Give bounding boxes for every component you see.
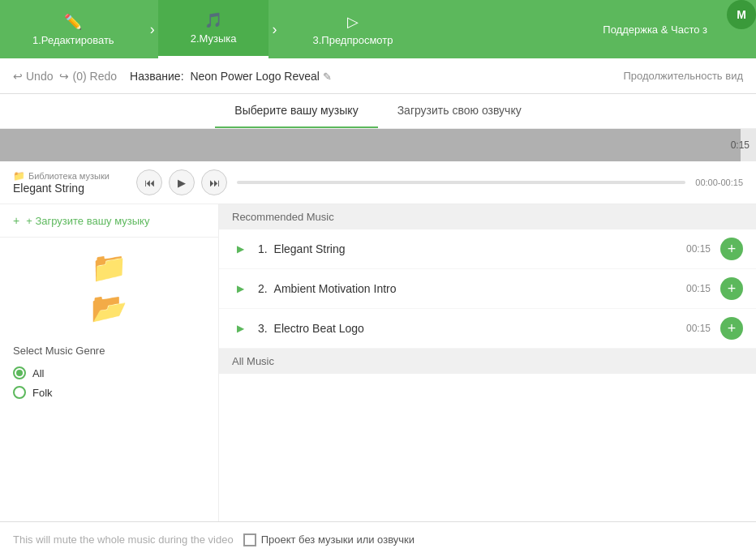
track-item-2: ▶ 2. Ambient Motivation Intro 00:15 + [219,269,756,309]
prev-button[interactable]: ⏮ [136,169,162,195]
player-track-name: Elegant String [13,182,127,195]
track-2-name: 2. Ambient Motivation Intro [258,282,677,295]
radio-folk[interactable] [13,386,26,399]
project-title: Название: Neon Power Logo Reveal ✎ [130,70,332,83]
player-section: 📁 Библиотека музыки Elegant String ⏮ ▶ ⏭… [0,161,756,204]
folder-section: 📁 📂 [0,238,218,338]
title-edit-icon[interactable]: ✎ [323,71,332,83]
player-info: 📁 Библиотека музыки Elegant String [13,170,127,195]
player-progress-bar[interactable] [237,181,685,184]
support-link[interactable]: Поддержка & Часто з [590,0,720,58]
track-item-3: ▶ 3. Electro Beat Logo 00:15 + [219,309,756,349]
add-track-3-button[interactable]: + [720,317,743,340]
player-time-range: 00:00-00:15 [695,178,743,187]
track-3-duration: 00:15 [686,323,711,334]
music-icon: 🎵 [204,11,222,29]
main-content: + + Загрузите вашу музыку 📁 📂 Select Mus… [0,204,756,525]
all-music-header: All Music [219,349,756,374]
undo-button[interactable]: ↩ Undo [13,70,53,83]
genre-all[interactable]: All [13,363,205,383]
play-track-2-button[interactable]: ▶ [232,281,248,297]
music-list: Recommended Music ▶ 1. Elegant String 00… [219,204,756,525]
nav-step-edit[interactable]: ✏️ 1.Редактировать [0,0,147,58]
recommended-header: Recommended Music [219,204,756,229]
player-library-label: 📁 Библиотека музыки [13,170,127,182]
player-controls: ⏮ ▶ ⏭ [136,169,227,195]
redo-button[interactable]: ↪ (0) Redo [59,70,117,83]
undo-icon: ↩ [13,70,23,83]
next-button[interactable]: ⏭ [201,169,227,195]
edit-icon: ✏️ [64,13,82,31]
upload-music-button[interactable]: + + Загрузите вашу музыку [0,204,218,238]
waveform-fill [0,129,741,161]
redo-icon: ↪ [59,70,69,83]
waveform-time: 0:15 [731,139,750,151]
plus-icon: + [13,214,19,227]
toolbar: ↩ Undo ↪ (0) Redo Название: Neon Power L… [0,58,756,94]
nav-arrow-1: › [147,0,158,58]
genre-all-label: All [32,367,44,379]
track-3-name: 3. Electro Beat Logo [258,322,677,335]
add-track-1-button[interactable]: + [720,238,743,260]
nav-arrow-2: › [268,0,280,58]
track-item-1: ▶ 1. Elegant String 00:15 + [219,229,756,269]
play-button[interactable]: ▶ [169,169,195,195]
nav-step-edit-label: 1.Редактировать [32,34,114,46]
duration-label: Продолжительность вид [623,70,743,82]
genre-title: Select Music Genre [13,345,205,357]
tab-choose-music[interactable]: Выберите вашу музыку [215,94,377,128]
track-2-duration: 00:15 [686,283,711,294]
bottom-bar: This will mute the whole music during th… [0,521,756,557]
play-track-1-button[interactable]: ▶ [232,241,248,257]
mute-description: This will mute the whole music during th… [13,533,234,546]
add-track-2-button[interactable]: + [720,277,743,300]
nav-step-music[interactable]: 🎵 2.Музыка [158,0,269,58]
tab-upload-voiceover[interactable]: Загрузить свою озвучку [378,94,541,128]
genre-folk-label: Folk [32,387,53,399]
genre-folk[interactable]: Folk [13,383,205,402]
nav-step-music-label: 2.Музыка [191,32,237,45]
top-navigation: ✏️ 1.Редактировать › 🎵 2.Музыка › ▷ 3.Пр… [0,0,756,58]
radio-all[interactable] [13,366,26,379]
no-music-checkbox[interactable]: Проект без музыки или озвучки [243,533,415,546]
tabs-row: Выберите вашу музыку Загрузить свою озву… [0,94,756,129]
track-1-duration: 00:15 [686,243,711,255]
preview-icon: ▷ [347,13,359,31]
folder-closed-icon[interactable]: 📁 [91,251,127,285]
folder-icon-small: 📁 [13,170,25,182]
nav-step-preview-label: 3.Предпросмотр [312,34,393,46]
sidebar: + + Загрузите вашу музыку 📁 📂 Select Mus… [0,204,219,525]
track-1-name: 1. Elegant String [258,242,677,255]
play-track-3-button[interactable]: ▶ [232,320,248,336]
no-music-label: Проект без музыки или озвучки [261,533,415,546]
nav-step-preview[interactable]: ▷ 3.Предпросмотр [280,0,425,58]
waveform[interactable]: 0:15 [0,129,756,161]
no-music-checkbox-box[interactable] [243,533,256,546]
folder-open-icon[interactable]: 📂 [91,291,127,325]
user-avatar-button[interactable]: М [727,0,756,29]
genre-section: Select Music Genre All Folk [0,338,218,409]
